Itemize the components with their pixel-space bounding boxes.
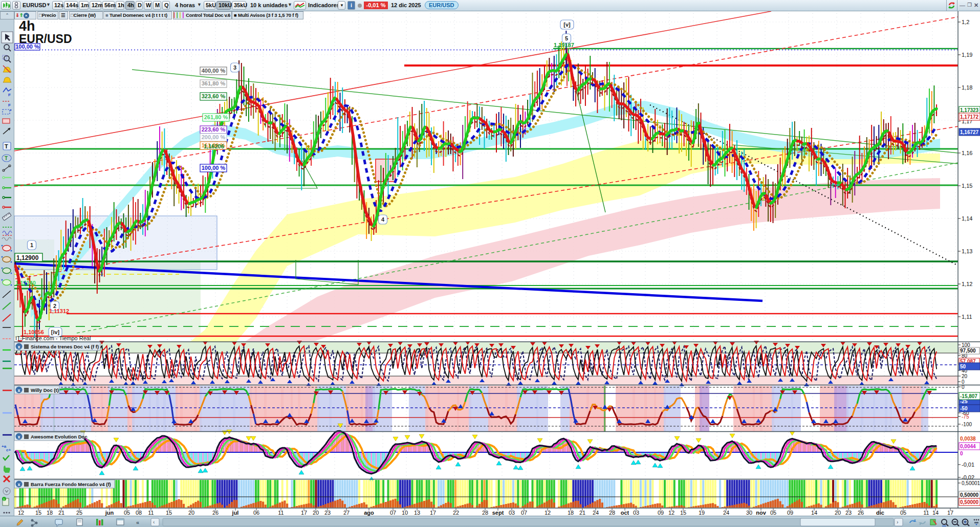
svg-text:12: 12 (18, 510, 24, 516)
svg-text:261,80 %: 261,80 % (204, 114, 228, 120)
svg-text:11: 11 (278, 510, 284, 516)
svg-text:05: 05 (900, 510, 906, 516)
svg-text:12: 12 (545, 510, 551, 516)
svg-text:0,50000: 0,50000 (960, 492, 979, 498)
svg-text:07: 07 (521, 510, 527, 516)
svg-text:T: T (5, 156, 8, 161)
svg-text:223,60 %: 223,60 % (202, 126, 226, 133)
svg-text:1,19: 1,19 (962, 52, 972, 58)
svg-text:3: 3 (233, 64, 236, 71)
svg-text:26: 26 (212, 510, 219, 516)
svg-text:-15,807: -15,807 (960, 393, 977, 399)
svg-text:Sistema de trenes Doc v4 (f f): Sistema de trenes Doc v4 (f f) (31, 344, 99, 349)
svg-text:361,80 %: 361,80 % (202, 80, 226, 86)
svg-text:28: 28 (609, 510, 615, 516)
svg-text:97,500: 97,500 (960, 348, 976, 354)
svg-text:0,50001: 0,50001 (962, 480, 980, 486)
svg-text:100,00 %: 100,00 % (202, 165, 226, 171)
svg-text:1,17323: 1,17323 (960, 107, 979, 113)
svg-text:[v]: [v] (563, 21, 571, 28)
svg-text:5: 5 (565, 35, 568, 41)
svg-text:03: 03 (633, 510, 639, 516)
svg-text:17: 17 (947, 510, 953, 516)
svg-text:09: 09 (658, 510, 664, 516)
svg-text:c+: c+ (6, 448, 11, 452)
svg-text:1,12900: 1,12900 (16, 254, 39, 261)
svg-text:‹: ‹ (153, 519, 155, 525)
svg-text:dic: dic (876, 510, 884, 516)
svg-text:05: 05 (770, 510, 776, 516)
svg-text:T: T (5, 143, 8, 149)
svg-text:15: 15 (166, 510, 172, 516)
svg-text:100: 100 (962, 342, 970, 348)
svg-text:27: 27 (343, 510, 350, 516)
svg-text:1,17172: 1,17172 (960, 114, 979, 120)
svg-text:Awesome Evolution Doc: Awesome Evolution Doc (31, 434, 88, 440)
svg-text:06: 06 (253, 510, 259, 516)
svg-text:Willy Doc (t): Willy Doc (t) (31, 387, 59, 393)
svg-text:20: 20 (835, 510, 841, 516)
svg-text:jul: jul (232, 510, 239, 516)
svg-text:05: 05 (124, 510, 130, 516)
svg-text:1,13: 1,13 (962, 248, 972, 254)
svg-text:08: 08 (136, 510, 142, 516)
svg-text:24: 24 (723, 510, 729, 516)
svg-text:03: 03 (509, 510, 515, 516)
svg-text:›: › (897, 519, 898, 525)
svg-text:0: 0 (962, 384, 965, 390)
svg-text:28: 28 (482, 510, 488, 516)
svg-text:1,2: 1,2 (962, 19, 969, 25)
svg-text:-75: -75 (962, 414, 969, 420)
svg-text:11: 11 (923, 510, 929, 516)
svg-text:1,16: 1,16 (962, 150, 972, 156)
svg-text:11: 11 (148, 510, 154, 516)
svg-text:1,12: 1,12 (962, 281, 972, 287)
svg-text:oct: oct (621, 510, 629, 516)
svg-text:[iv]: [iv] (51, 329, 60, 335)
svg-text:F: F (8, 93, 11, 97)
svg-text:18: 18 (47, 510, 53, 516)
svg-text:23: 23 (845, 510, 852, 516)
svg-text:-0,01: -0,01 (962, 462, 974, 468)
svg-text:1,18: 1,18 (962, 84, 972, 91)
svg-text:x: x (17, 482, 20, 487)
svg-text:1,11: 1,11 (962, 314, 972, 320)
svg-text:IT-Finance.com - Tiempo Real: IT-Finance.com - Tiempo Real (15, 335, 91, 341)
svg-text:x: x (17, 388, 20, 393)
svg-text:50: 50 (960, 364, 966, 369)
svg-text:15: 15 (680, 510, 686, 516)
svg-text:22: 22 (453, 510, 459, 516)
svg-text:0: 0 (960, 451, 963, 456)
svg-text:323,60 %: 323,60 % (202, 93, 226, 99)
svg-text:1,15: 1,15 (962, 183, 972, 189)
svg-text:1,14: 1,14 (962, 215, 972, 222)
svg-text:x: x (17, 434, 20, 440)
svg-text:1,10656: 1,10656 (24, 329, 44, 335)
svg-text:1,16206: 1,16206 (204, 143, 224, 149)
svg-text:Barra Fuerza Fondo Mercado v4: Barra Fuerza Fondo Mercado v4 (f) (31, 481, 111, 487)
svg-text:13: 13 (414, 510, 420, 516)
svg-text:0,50000: 0,50000 (960, 499, 979, 505)
svg-text:14: 14 (932, 510, 939, 516)
svg-text:-100: -100 (962, 422, 972, 427)
svg-text:F: F (8, 103, 11, 107)
svg-text:24: 24 (593, 510, 599, 516)
svg-text:25: 25 (76, 510, 82, 516)
svg-text:1,11312: 1,11312 (49, 308, 69, 314)
svg-text:30: 30 (746, 510, 752, 516)
svg-text:ago: ago (364, 510, 374, 516)
svg-text:20: 20 (188, 510, 194, 516)
svg-text:21: 21 (579, 510, 585, 516)
svg-text:1,12140: 1,12140 (15, 280, 36, 286)
svg-text:18: 18 (568, 510, 574, 516)
svg-text:10: 10 (402, 510, 408, 516)
svg-text:-0,02: -0,02 (962, 474, 974, 480)
svg-text:14: 14 (811, 510, 817, 516)
svg-text:1: 1 (30, 242, 33, 248)
svg-text:4: 4 (381, 216, 385, 223)
svg-text:«: « (136, 519, 139, 525)
svg-text:17: 17 (430, 510, 436, 516)
svg-text:0,0038: 0,0038 (960, 436, 976, 442)
svg-text:EUR/USD: EUR/USD (19, 32, 72, 46)
svg-text:15: 15 (35, 510, 41, 516)
